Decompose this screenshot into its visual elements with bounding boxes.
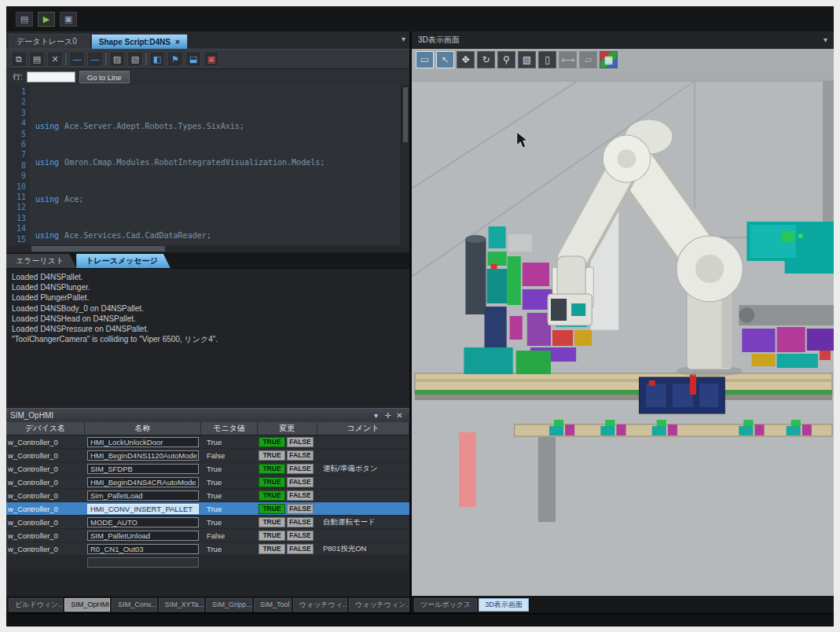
pin-icon[interactable]: ✛ <box>382 411 394 420</box>
set-false-button[interactable]: FALSE <box>287 531 314 541</box>
watch-table-header: デバイス名 名称 モニタ値 変更 コメント <box>6 422 409 435</box>
variable-name-cell[interactable]: HMI_BeginD4NS4CRAutoMode <box>87 477 199 487</box>
bookmark-list-icon[interactable]: ⬓ <box>185 51 201 67</box>
capture-icon[interactable]: ▣ <box>60 12 77 27</box>
set-false-button[interactable]: FALSE <box>287 464 314 474</box>
expand-region-icon[interactable]: — <box>87 51 103 67</box>
orbit-icon[interactable]: ↻ <box>477 51 495 68</box>
select-region-icon[interactable]: ▭ <box>416 51 434 68</box>
table-row[interactable]: w_Controller_0 HMI_BeginD4NS4CRAutoMode … <box>6 476 409 489</box>
measure-icon[interactable]: ⟷ <box>559 51 577 68</box>
editor-hscrollbar[interactable] <box>6 245 409 252</box>
paste-icon[interactable]: ▤ <box>29 51 45 67</box>
panel-tab[interactable]: SIM_Tool <box>254 598 292 612</box>
view-cube-icon[interactable]: ▧ <box>518 51 536 68</box>
column-header[interactable]: モニタ値 <box>201 422 258 435</box>
variable-name-cell[interactable]: SIM_SFDPB <box>87 464 199 474</box>
breakpoint-icon[interactable]: ▣ <box>204 51 219 67</box>
3d-viewport[interactable] <box>412 71 834 596</box>
set-true-button[interactable]: TRUE <box>259 544 285 554</box>
set-false-button[interactable]: FALSE <box>287 504 314 514</box>
app-menu-icon[interactable]: ▤ <box>16 12 33 27</box>
chevron-down-icon[interactable]: ▾ <box>823 35 827 44</box>
set-true-button[interactable]: TRUE <box>259 531 285 541</box>
column-header[interactable]: 名称 <box>85 422 201 435</box>
panel-tab[interactable]: ウォッチウィ... <box>293 598 347 612</box>
column-header[interactable]: コメント <box>317 422 409 435</box>
new-variable-input[interactable] <box>87 557 199 568</box>
set-true-button[interactable]: TRUE <box>259 437 285 447</box>
separator[interactable] <box>145 53 147 65</box>
panel-tab[interactable]: SIM_Conv... <box>112 598 156 612</box>
table-row[interactable]: w_Controller_0 MODE_AUTO True TRUE FALSE… <box>6 516 409 529</box>
tab-overflow-icon[interactable]: ▾ <box>402 35 405 43</box>
set-false-button[interactable]: FALSE <box>287 544 314 554</box>
properties-panel-icon[interactable]: ▯ <box>538 51 556 68</box>
set-true-button[interactable]: TRUE <box>259 491 285 501</box>
tab-trace-message[interactable]: トレースメッセージ <box>76 254 171 268</box>
table-row[interactable]: w_Controller_0 HMI_CONV_INSERT_PALLET Tr… <box>6 502 409 516</box>
set-false-button[interactable]: FALSE <box>287 517 314 527</box>
bookmark-icon[interactable]: ◧ <box>149 51 165 67</box>
delete-icon[interactable]: ✕ <box>47 51 63 67</box>
table-row[interactable]: w_Controller_0 HMI_BeginD4NS1120AutoMode… <box>6 449 409 462</box>
variable-name-cell[interactable]: HMI_BeginD4NS1120AutoMode <box>87 450 199 461</box>
close-icon[interactable]: × <box>175 38 180 46</box>
set-false-button[interactable]: FALSE <box>287 491 314 501</box>
cursor-icon[interactable]: ↖ <box>436 51 454 68</box>
close-icon[interactable]: ✕ <box>394 411 405 420</box>
zoom-icon[interactable]: ⚲ <box>497 51 515 68</box>
variable-name-cell[interactable]: SIM_PalletUnload <box>87 531 199 541</box>
comment-icon[interactable]: ▨ <box>109 51 125 67</box>
editor-vscrollbar[interactable] <box>401 85 409 245</box>
snapshot-icon[interactable]: ▱ <box>579 51 597 68</box>
set-false-button[interactable]: FALSE <box>287 437 314 447</box>
panel-tab[interactable]: SIM_XYTa... <box>159 598 204 612</box>
copy-icon[interactable]: ⧉ <box>11 51 27 67</box>
variable-name-cell[interactable]: MODE_AUTO <box>87 517 199 527</box>
separator[interactable] <box>65 53 67 65</box>
set-true-button[interactable]: TRUE <box>259 477 285 487</box>
uncomment-icon[interactable]: ▧ <box>127 51 143 67</box>
set-true-button[interactable]: TRUE <box>259 464 285 474</box>
set-true-button[interactable]: TRUE <box>259 450 285 461</box>
set-true-button[interactable]: TRUE <box>259 517 285 527</box>
collapse-region-icon[interactable]: — <box>69 51 85 67</box>
goto-line-input[interactable] <box>27 72 75 83</box>
set-false-button[interactable]: FALSE <box>287 477 314 487</box>
column-header[interactable]: 変更 <box>258 422 317 435</box>
tab-shape-script[interactable]: Shape Script:D4NS × <box>91 34 188 49</box>
column-header[interactable]: デバイス名 <box>6 422 85 435</box>
table-row[interactable]: w_Controller_0 Sim_PalletLoad True TRUE … <box>6 489 409 502</box>
table-row[interactable]: w_Controller_0 HMI_LockUnlockDoor True T… <box>6 435 409 449</box>
separator[interactable] <box>105 53 107 65</box>
panel-tab[interactable]: ツールボックス <box>414 598 477 612</box>
panel-tab[interactable]: 3D表示画面 <box>479 598 529 612</box>
panel-tab[interactable]: ビルドウィン... <box>9 598 63 612</box>
left-bottom-tab-bar: ビルドウィン... SIM_OpHMI SIM_Conv... SIM_XYTa… <box>6 596 409 613</box>
scrollbar-thumb[interactable] <box>31 246 165 252</box>
code-editor[interactable]: 123456789101112131415 usingAce.Server.Ad… <box>6 85 409 245</box>
variable-name-cell[interactable]: HMI_LockUnlockDoor <box>87 437 199 447</box>
set-true-button[interactable]: TRUE <box>259 504 285 514</box>
variable-name-cell[interactable]: Sim_PalletLoad <box>87 491 199 501</box>
scrollbar-thumb[interactable] <box>403 87 408 142</box>
panel-tab[interactable]: SIM_OpHMI <box>64 598 110 612</box>
table-row[interactable]: w_Controller_0 SIM_PalletUnload False TR… <box>6 529 409 542</box>
simulation-run-icon[interactable]: ▶ <box>38 12 55 27</box>
variable-name-cell[interactable]: R0_CN1_Out03 <box>87 544 199 554</box>
code-lines[interactable]: usingAce.Server.Adept.Robots.Types.SixAx… <box>30 85 409 245</box>
tab-data-trace[interactable]: データトレース0 <box>9 34 90 49</box>
table-row[interactable]: w_Controller_0 R0_CN1_Out03 True TRUE FA… <box>6 542 409 556</box>
chevron-down-icon[interactable]: ▾ <box>370 411 382 420</box>
panel-tab[interactable]: SIM_Gripp... <box>206 598 252 612</box>
variable-name-cell[interactable]: HMI_CONV_INSERT_PALLET <box>87 504 199 514</box>
set-false-button[interactable]: FALSE <box>287 450 314 461</box>
pan-icon[interactable]: ✥ <box>457 51 475 68</box>
bookmark-flag-icon[interactable]: ⚑ <box>167 51 183 67</box>
panel-tab[interactable]: ウォッチウィン... <box>349 598 409 612</box>
video-camera-icon[interactable]: ▦ <box>600 51 618 68</box>
goto-line-button[interactable]: Go to Line <box>79 71 130 83</box>
table-row[interactable]: w_Controller_0 SIM_SFDPB True TRUE FALSE… <box>6 462 409 476</box>
tab-error-list[interactable]: エラーリスト <box>6 254 76 268</box>
